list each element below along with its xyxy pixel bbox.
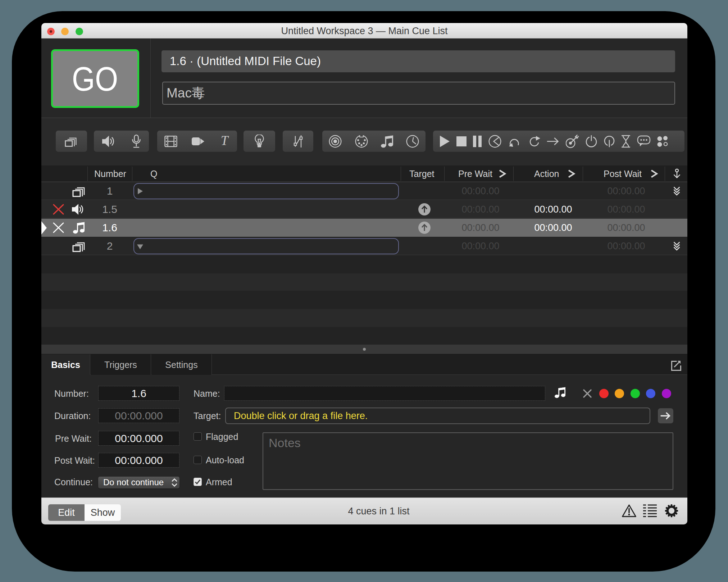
svg-text:T: T	[221, 135, 229, 147]
